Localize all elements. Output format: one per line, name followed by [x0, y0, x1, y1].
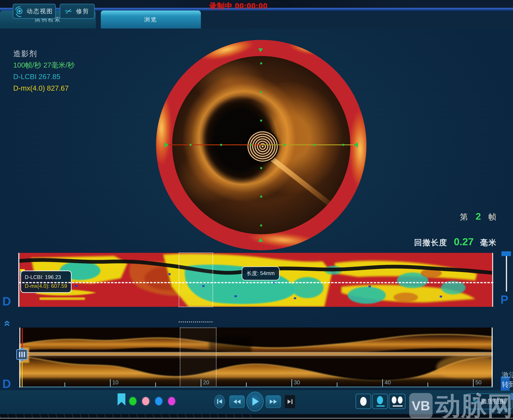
ruler-tick-minor — [427, 382, 428, 387]
tab-browse[interactable]: 浏览 — [101, 10, 201, 29]
fast-forward-icon — [274, 399, 277, 404]
guidewire-shadow — [328, 233, 366, 250]
single-long-view-icon — [377, 396, 383, 404]
handle-grip — [23, 352, 25, 357]
measure-handle[interactable] — [190, 144, 192, 146]
measure-handle[interactable] — [342, 144, 344, 146]
ruler-tick-minor — [65, 382, 65, 387]
view-mode-single-with-long-button[interactable] — [372, 394, 388, 409]
bottom-strip-texture — [0, 414, 254, 418]
ring-bright-arc — [288, 40, 325, 57]
recording-status: 录制中 00:00:00 — [209, 1, 268, 11]
ruler-label-50: 50 — [475, 379, 482, 386]
trim-button[interactable]: ✂ 修剪 — [60, 4, 95, 19]
lipid-range-button[interactable]: ✎ 脂质范围 — [466, 393, 512, 409]
longitudinal-graphic — [19, 328, 493, 387]
measure-handle[interactable] — [260, 120, 262, 121]
speed-label: 100帧/秒 27毫米/秒 — [13, 59, 75, 71]
handle-arrow-up-icon — [20, 347, 24, 349]
edge-text-goto[interactable]: 转到 — [502, 380, 513, 389]
measure-arrow-left[interactable] — [164, 142, 169, 148]
fast-forward-button[interactable] — [266, 395, 281, 408]
scissors-icon: ✂ — [64, 5, 74, 17]
measure-line-left[interactable] — [168, 144, 261, 145]
ruler-tick-major — [291, 379, 292, 387]
handle-arrow-down-icon — [20, 360, 24, 362]
trim-label: 修剪 — [76, 7, 89, 15]
lipid-left-edge-line — [18, 253, 19, 307]
play-button[interactable] — [246, 392, 264, 411]
ruler-tick-major — [201, 379, 201, 387]
marker-dot-magenta[interactable] — [168, 397, 175, 405]
axis-arrow-bottom[interactable] — [258, 238, 263, 242]
lipid-range-label: 脂质范围 — [481, 398, 506, 405]
ruler-tick-major — [110, 379, 111, 387]
edge-button-sliver — [511, 393, 513, 400]
measure-handle[interactable] — [260, 167, 262, 169]
rewind-icon — [233, 399, 237, 404]
lipid-threshold-dashed-line[interactable] — [19, 282, 493, 283]
catheter-rings — [246, 130, 279, 163]
ring-bright-arc — [349, 109, 366, 189]
dmx-value: D-mx(4.0) 827.67 — [13, 82, 75, 94]
skip-to-end-button[interactable] — [284, 395, 296, 409]
frame-suffix: 帧 — [488, 212, 497, 222]
oct-imaging-app: 病例检索 浏览 录制中 00:00:00 造影剂 100帧/秒 27毫米/秒 D… — [0, 0, 513, 420]
position-line-red[interactable] — [22, 328, 23, 350]
selection-bottom-dots — [179, 321, 213, 322]
frame-position-handle[interactable] — [16, 349, 28, 360]
skip-end-icon — [288, 399, 291, 404]
dual-view-icon — [392, 397, 396, 404]
measure-handle[interactable] — [260, 225, 262, 226]
view-mode-single-button[interactable] — [356, 394, 371, 409]
ruler-baseline — [19, 387, 493, 387]
ruler-label-10: 10 — [112, 379, 119, 386]
dual-view-icon — [398, 397, 402, 404]
frame-prefix: 第 — [460, 212, 468, 222]
longitudinal-right-edge-line — [492, 328, 493, 387]
measure-arrow-right[interactable] — [354, 142, 358, 148]
ruler-tick-minor — [246, 382, 247, 387]
measure-handle[interactable] — [220, 144, 222, 146]
handle-grip — [19, 352, 20, 357]
handle-grip — [21, 352, 23, 357]
measure-handle[interactable] — [250, 144, 252, 146]
lipid-proximal-letter: P — [500, 293, 508, 307]
ruler-tick-major — [473, 379, 474, 387]
skip-to-start-button[interactable] — [214, 395, 225, 408]
marker-dot-green[interactable] — [129, 397, 136, 405]
collapse-chevron-icon[interactable]: « — [1, 320, 14, 327]
dynamic-view-button[interactable]: 动态视图 — [13, 4, 56, 19]
lipid-selection-region[interactable] — [179, 253, 213, 307]
single-long-view-icon — [376, 405, 385, 407]
measure-handle[interactable] — [260, 62, 262, 64]
proximal-scroll-track[interactable] — [506, 253, 507, 292]
measure-handle[interactable] — [260, 196, 262, 197]
bottom-edge-strip — [0, 414, 513, 420]
measure-handle[interactable] — [284, 144, 285, 146]
lipid-distal-letter: D — [2, 295, 11, 308]
tooltip-dlcbi: D-LCBI: 196.23 — [25, 273, 67, 282]
marker-dot-pink[interactable] — [142, 397, 149, 405]
oct-cross-section-view[interactable] — [156, 40, 366, 250]
position-line-yellow[interactable] — [22, 358, 22, 387]
proximal-scroll-handle[interactable] — [501, 251, 511, 256]
ruler-label-30: 30 — [294, 379, 300, 386]
view-mode-dual-button[interactable] — [389, 394, 405, 409]
longitudinal-oct-view[interactable]: 10 20 30 40 50 — [19, 328, 493, 387]
fast-forward-icon — [270, 399, 273, 404]
acquisition-info-panel: 造影剂 100帧/秒 27毫米/秒 D-LCBI 267.85 D-mx(4.0… — [13, 48, 75, 94]
measure-line-right[interactable] — [261, 144, 354, 145]
length-tooltip: 长度: 54mm — [242, 266, 280, 280]
tooltip-length: 长度: 54mm — [247, 269, 275, 278]
pullback-value: 0.27 — [454, 236, 474, 248]
axis-arrow-top[interactable] — [258, 48, 263, 52]
marker-dot-blue[interactable] — [155, 397, 162, 405]
longitudinal-selection-region[interactable] — [180, 328, 216, 387]
rewind-button[interactable] — [229, 395, 245, 408]
edge-text-activate[interactable]: 激活 — [502, 370, 513, 380]
ruler-tick-minor — [337, 382, 337, 387]
measure-handle[interactable] — [313, 144, 315, 146]
lipid-metrics-tooltip: D-LCBI: 196.23 D-mx(4.0): 607.59 — [20, 270, 72, 293]
measure-handle[interactable] — [260, 91, 262, 93]
